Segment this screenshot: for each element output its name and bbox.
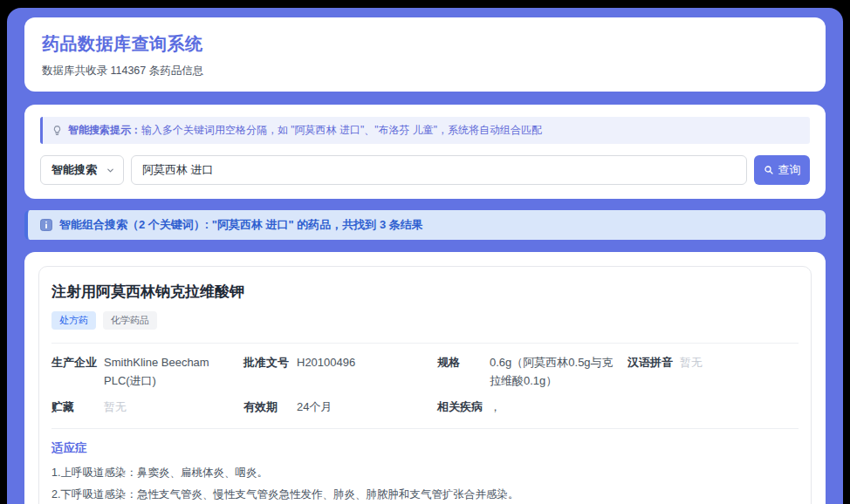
query-button[interactable]: 查询 <box>754 155 810 185</box>
field-label-storage: 贮藏 <box>51 398 104 416</box>
field-label-approval-number: 批准文号 <box>243 354 297 389</box>
field-value-validity: 24个月 <box>297 398 437 416</box>
search-input[interactable] <box>131 155 747 185</box>
drug-tags: 处方药 化学药品 <box>51 311 799 330</box>
page-title: 药品数据库查询系统 <box>42 32 808 56</box>
drug-info-grid: 生产企业 SmithKline Beecham PLC(进口) 批准文号 H20… <box>51 343 799 428</box>
info-row: 生产企业 SmithKline Beecham PLC(进口) 批准文号 H20… <box>51 344 799 392</box>
indications-section: 适应症 1.上呼吸道感染：鼻窦炎、扁桃体炎、咽炎。 2.下呼吸道感染：急性支气管… <box>51 429 799 504</box>
search-card: 智能搜索提示：输入多个关键词用空格分隔，如 "阿莫西林 进口"、"布洛芬 儿童"… <box>24 105 826 199</box>
indication-item: 1.上呼吸道感染：鼻窦炎、扁桃体炎、咽炎。 <box>51 465 799 480</box>
search-hint-box: 智能搜索提示：输入多个关键词用空格分隔，如 "阿莫西林 进口"、"布洛芬 儿童"… <box>40 117 810 144</box>
field-label-pinyin: 汉语拼音 <box>627 354 680 389</box>
field-value-pinyin: 暂无 <box>680 354 799 389</box>
app-container: 药品数据库查询系统 数据库共收录 114367 条药品信息 智能搜索提示：输入多… <box>7 8 843 504</box>
field-label-validity: 有效期 <box>243 398 297 416</box>
drug-card: 注射用阿莫西林钠克拉维酸钾 处方药 化学药品 生产企业 SmithKline B… <box>38 266 812 504</box>
indication-item: 2.下呼吸道感染：急性支气管炎、慢性支气管炎急性发作、肺炎、肺脓肿和支气管扩张合… <box>51 487 799 502</box>
results-card: 注射用阿莫西林钠克拉维酸钾 处方药 化学药品 生产企业 SmithKline B… <box>24 252 826 504</box>
field-value-related-disease: ， <box>490 398 627 416</box>
field-value-specification: 0.6g（阿莫西林0.5g与克拉维酸0.1g） <box>490 354 627 389</box>
field-label-manufacturer: 生产企业 <box>51 354 104 389</box>
field-value-manufacturer: SmithKline Beecham PLC(进口) <box>104 354 243 389</box>
info-icon <box>40 219 52 231</box>
field-label-empty <box>627 398 680 416</box>
chevron-down-icon <box>106 166 115 175</box>
drug-name: 注射用阿莫西林钠克拉维酸钾 <box>51 282 799 302</box>
field-label-related-disease: 相关疾病 <box>437 398 490 416</box>
field-value-empty <box>680 398 799 416</box>
search-hint-text: 智能搜索提示：输入多个关键词用空格分隔，如 "阿莫西林 进口"、"布洛芬 儿童"… <box>68 123 542 138</box>
result-banner-text: 智能组合搜索（2 个关键词）: "阿莫西林 进口" 的药品，共找到 3 条结果 <box>59 217 423 233</box>
search-icon <box>764 165 774 175</box>
search-mode-value: 智能搜索 <box>51 162 97 178</box>
tag-drug-category: 化学药品 <box>103 311 157 330</box>
tag-prescription: 处方药 <box>51 311 96 330</box>
query-button-label: 查询 <box>778 162 801 178</box>
page-subtitle: 数据库共收录 114367 条药品信息 <box>42 64 808 78</box>
search-hint-label: 智能搜索提示： <box>68 124 141 136</box>
field-value-approval-number: H20100496 <box>297 354 437 389</box>
field-label-specification: 规格 <box>437 354 490 389</box>
header-card: 药品数据库查询系统 数据库共收录 114367 条药品信息 <box>24 17 826 92</box>
search-row: 智能搜索 查询 <box>40 155 810 185</box>
indications-heading: 适应症 <box>51 440 799 456</box>
info-row: 贮藏 暂无 有效期 24个月 相关疾病 ， <box>51 393 799 428</box>
search-mode-select[interactable]: 智能搜索 <box>40 155 124 185</box>
result-banner: 智能组合搜索（2 个关键词）: "阿莫西林 进口" 的药品，共找到 3 条结果 <box>24 210 826 240</box>
field-value-storage: 暂无 <box>104 398 243 416</box>
lightbulb-icon <box>51 125 63 136</box>
